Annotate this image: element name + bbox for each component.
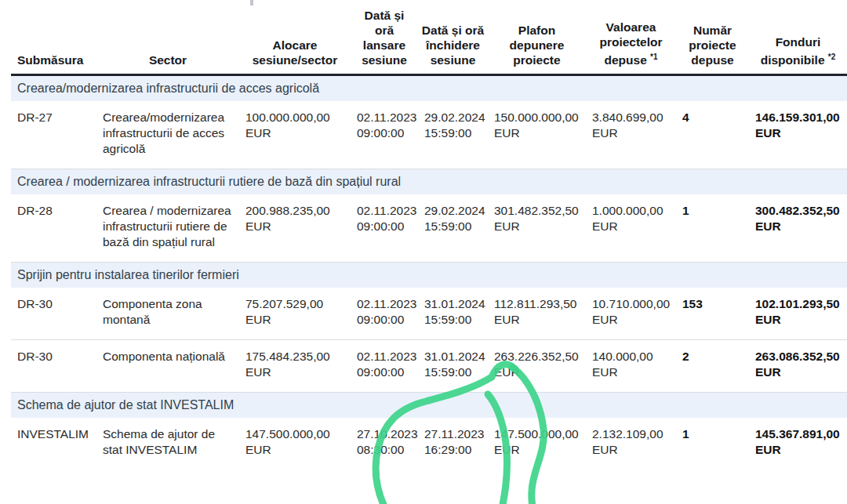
table-row: DR-27Crearea/modernizarea infrastructuri…: [11, 101, 847, 169]
table-header: Submăsura Sector Alocare sesiune/sector …: [11, 0, 847, 75]
cell-data-lansare: 02.11.202309:00:00: [351, 340, 418, 393]
cell-alocare: 175.484.235,00EUR: [239, 340, 351, 393]
group-title: Crearea/modernizarea infrastructurii de …: [11, 75, 847, 102]
cell-valoarea: 3.840.699,00EUR: [586, 101, 676, 169]
cell-valoarea: 2.132.109,00EUR: [586, 418, 676, 470]
cell-fonduri: 146.159.301,00EUR: [749, 101, 847, 169]
group-header-row: Crearea / modernizarea infrastructurii r…: [11, 169, 847, 195]
col-header-numar: Număr proiecte depuse: [676, 0, 749, 75]
cell-alocare: 100.000.000,00EUR: [239, 101, 351, 169]
col-header-plafon: Plafon depunere proiecte: [488, 0, 586, 75]
cell-sector: Crearea / modernizarea infrastructurii r…: [96, 194, 239, 263]
cell-fonduri: 145.367.891,00EUR: [749, 418, 847, 470]
table-body: Crearea/modernizarea infrastructurii de …: [11, 75, 847, 470]
cell-data-inchidere: 29.02.202415:59:00: [418, 194, 488, 263]
cell-fonduri: 102.101.293,50EUR: [749, 288, 847, 340]
col-header-sector: Sector: [96, 0, 239, 75]
col-header-fonduri: Fonduri disponibile *2: [749, 0, 847, 75]
cell-plafon: 263.226.352,50EUR: [488, 340, 586, 393]
cell-valoarea: 10.710.000,00EUR: [586, 288, 676, 340]
cell-fonduri: 300.482.352,50EUR: [749, 194, 847, 263]
cell-sector: Componenta zona montană: [96, 288, 239, 340]
cell-numar: 1: [676, 194, 749, 263]
cell-sector: Crearea/modernizarea infrastructurii de …: [96, 101, 239, 169]
table-row: DR-30Componenta națională175.484.235,00E…: [11, 340, 847, 393]
col-header-submasura: Submăsura: [11, 0, 96, 75]
group-header-row: Sprijin pentru instalarea tinerilor ferm…: [11, 263, 847, 288]
group-title: Sprijin pentru instalarea tinerilor ferm…: [11, 263, 847, 288]
cell-numar: 4: [676, 101, 749, 169]
cell-plafon: 150.000.000,00EUR: [488, 101, 586, 169]
col-header-data-lansare: Dată și oră lansare sesiune: [351, 0, 418, 75]
group-title: Schema de ajutor de stat INVESTALIM: [11, 393, 847, 419]
group-title: Crearea / modernizarea infrastructurii r…: [11, 169, 847, 195]
group-header-row: Crearea/modernizarea infrastructurii de …: [11, 75, 847, 102]
cell-numar: 2: [676, 340, 749, 393]
table-row: DR-30Componenta zona montană75.207.529,0…: [11, 288, 847, 340]
cell-data-lansare: 02.11.202309:00:00: [351, 101, 418, 169]
cell-numar: 1: [676, 418, 749, 470]
cell-data-lansare: 02.11.202309:00:00: [351, 288, 418, 340]
cell-data-inchidere: 27.11.202316:29:00: [418, 418, 488, 470]
cell-data-lansare: 02.11.202309:00:00: [351, 194, 418, 263]
cropped-text-artifact: [250, 0, 253, 5]
col-header-data-inchidere: Dată și oră închidere sesiune: [418, 0, 488, 75]
cell-submasura: DR-30: [11, 340, 96, 393]
cell-submasura: DR-28: [11, 194, 96, 263]
group-header-row: Schema de ajutor de stat INVESTALIM: [11, 393, 847, 419]
cell-alocare: 75.207.529,00EUR: [239, 288, 351, 340]
cell-fonduri: 263.086.352,50EUR: [749, 340, 847, 393]
table-row: INVESTALIMSchema de ajutor de stat INVES…: [11, 418, 847, 470]
cell-plafon: 301.482.352,50EUR: [488, 194, 586, 263]
cell-submasura: DR-27: [11, 101, 96, 169]
funding-table: Submăsura Sector Alocare sesiune/sector …: [11, 0, 847, 470]
cell-data-inchidere: 31.01.202415:59:00: [418, 288, 488, 340]
cell-valoarea: 1.000.000,00EUR: [586, 194, 676, 263]
cell-sector: Componenta națională: [96, 340, 239, 393]
cell-valoarea: 140.000,00EUR: [586, 340, 676, 393]
cell-sector: Schema de ajutor de stat INVESTALIM: [96, 418, 239, 470]
funding-sessions-page: Submăsura Sector Alocare sesiune/sector …: [0, 0, 847, 504]
cell-alocare: 147.500.000,00EUR: [239, 418, 351, 470]
cell-submasura: INVESTALIM: [11, 418, 96, 470]
table-row: DR-28Crearea / modernizarea infrastructu…: [11, 194, 847, 263]
cell-numar: 153: [676, 288, 749, 340]
cell-plafon: 147.500.000,00EUR: [488, 418, 586, 470]
footnote-marker-2: *2: [828, 53, 835, 61]
cell-alocare: 200.988.235,00EUR: [239, 194, 351, 263]
cell-data-inchidere: 29.02.202415:59:00: [418, 101, 488, 169]
cell-data-lansare: 27.10.202308:30:00: [351, 418, 418, 470]
cell-plafon: 112.811.293,50EUR: [488, 288, 586, 340]
col-header-valoarea: Valoarea proiectelor depuse *1: [586, 0, 676, 75]
cell-data-inchidere: 31.01.202415:59:00: [418, 340, 488, 393]
col-header-alocare: Alocare sesiune/sector: [239, 0, 351, 75]
footnote-marker-1: *1: [650, 53, 657, 61]
cell-submasura: DR-30: [11, 288, 96, 340]
